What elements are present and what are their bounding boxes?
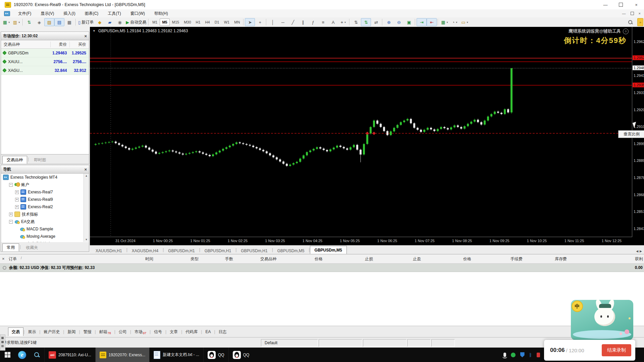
market-watch-tab-1[interactable]: 即时图 xyxy=(30,156,50,164)
market-watch-row[interactable]: XAUU...2756....2756.... xyxy=(1,57,89,66)
tab-scroll-right-icon[interactable]: ▶ xyxy=(640,250,642,253)
chart-shift-toggle[interactable]: ⇤ xyxy=(427,18,437,26)
timeframe-m30-button[interactable]: M30 xyxy=(181,18,193,26)
zoom-in-button[interactable]: ⊕ xyxy=(384,18,394,26)
metaeditor-button[interactable]: ◆ xyxy=(95,18,105,26)
terminal-column-4[interactable]: 价格 xyxy=(315,256,323,262)
collapse-icon[interactable]: − xyxy=(9,220,13,224)
profiles-button[interactable]: ▥▾ xyxy=(11,18,21,26)
terminal-toggle[interactable]: ▤ xyxy=(54,18,64,26)
menu-item-1[interactable]: 显示(V) xyxy=(36,9,59,17)
market-watch-header[interactable]: 市场报价: 12:30:02 × xyxy=(1,32,89,40)
cursor-tool[interactable]: ➤ xyxy=(245,18,255,26)
horizontal-line-tool[interactable]: ─ xyxy=(278,18,288,26)
indicator-window-2[interactable]: ⇅ xyxy=(361,18,371,26)
shield-icon[interactable] xyxy=(520,352,525,357)
tile-windows-button[interactable]: ▣ xyxy=(404,18,414,26)
column-header-1[interactable]: 卖价 xyxy=(50,42,70,47)
child-minimize-button[interactable]: — xyxy=(622,11,626,15)
chart-tab-1[interactable]: XAGUSDm,H4 xyxy=(127,247,163,254)
terminal-tab-6[interactable]: 公司 xyxy=(115,328,130,336)
orders-column-label[interactable]: 订单 xyxy=(9,256,17,262)
task-notepad[interactable]: 新建文本文档.txt - ... xyxy=(149,348,203,362)
terminal-tab-9[interactable]: 文章 xyxy=(166,328,181,336)
timeframe-m5-button[interactable]: M5 xyxy=(160,18,169,26)
indicator-window-1[interactable]: ⇅ xyxy=(351,18,361,26)
timeframe-h1-button[interactable]: H1 xyxy=(194,18,203,26)
toolbar-overflow-button[interactable]: » xyxy=(637,18,643,26)
tree-item-8[interactable]: Moving Average xyxy=(1,233,89,240)
task-mt4-exness[interactable]: 19202070: Exness... xyxy=(95,348,149,362)
close-button[interactable]: × xyxy=(629,0,644,9)
bluetooth-icon[interactable]: ᛒ xyxy=(529,352,532,358)
indicators-list-button[interactable]: ▦▾ xyxy=(439,18,449,26)
menu-item-3[interactable]: 图表(C) xyxy=(80,9,103,17)
terminal-column-9[interactable]: 库存费 xyxy=(555,256,567,262)
chart-tab-5[interactable]: GBPUSDm,M5 xyxy=(273,247,309,254)
tree-item-3[interactable]: +Exness-Real9 xyxy=(1,196,89,203)
expand-icon[interactable]: + xyxy=(15,198,19,201)
terminal-tab-0[interactable]: 交易 xyxy=(8,327,23,336)
task-axi[interactable]: axi20879110: Axi-U... xyxy=(44,348,95,362)
search-button[interactable] xyxy=(30,348,44,362)
market-watch-toggle[interactable]: ⇅ xyxy=(24,18,34,26)
maximize-button[interactable] xyxy=(613,0,629,9)
chart-area[interactable]: ▼ GBPUSDm,M5 1.29184 1.29463 1.29182 1.2… xyxy=(90,27,644,245)
data-window-toggle[interactable]: ◈ xyxy=(34,18,44,26)
terminal-tab-12[interactable]: 日志 xyxy=(215,328,230,336)
market-watch-row[interactable]: XAGU...32.84432.912 xyxy=(1,66,89,75)
tree-item-9[interactable]: 鹰猎系统辅助工具V2 xyxy=(1,240,89,242)
collapse-icon[interactable]: ▼ xyxy=(93,29,96,33)
notifications-button[interactable]: ◉ xyxy=(115,18,125,26)
terminal-column-1[interactable]: 类型 xyxy=(191,256,199,262)
close-icon[interactable]: × xyxy=(2,256,5,261)
close-icon[interactable]: × xyxy=(84,34,87,38)
expand-icon[interactable]: + xyxy=(9,213,13,216)
menu-item-6[interactable]: 帮助(H) xyxy=(150,9,173,17)
tree-item-1[interactable]: −账户 xyxy=(1,181,89,188)
shapes-tool[interactable]: ≡ xyxy=(318,18,328,26)
close-icon[interactable]: × xyxy=(84,167,87,172)
collapse-icon[interactable]: − xyxy=(9,183,13,187)
terminal-tab-5[interactable]: 邮箱78 xyxy=(96,328,114,336)
templates-button[interactable]: ▭▾ xyxy=(460,18,470,26)
timeframe-m15-button[interactable]: M15 xyxy=(170,18,181,26)
terminal-tab-4[interactable]: 警报 xyxy=(80,328,95,336)
text-tool[interactable]: A xyxy=(328,18,338,26)
history-center-button[interactable]: ▰ xyxy=(105,18,115,26)
menu-item-5[interactable]: 窗口(W) xyxy=(126,9,150,17)
terminal-column-3[interactable]: 交易品种 xyxy=(260,256,276,262)
chart-tab-6[interactable]: GBPUSDm,M5 xyxy=(310,246,347,254)
wechat-icon[interactable] xyxy=(511,353,516,357)
timeframe-m1-button[interactable]: M1 xyxy=(150,18,160,26)
tree-item-4[interactable]: +Exness-Real2 xyxy=(1,203,89,211)
child-restore-button[interactable] xyxy=(631,12,634,15)
new-chart-button[interactable]: ▦▾ xyxy=(1,18,11,26)
trendline-tool[interactable]: ╱ xyxy=(288,18,298,26)
edge-button[interactable]: e xyxy=(15,348,30,362)
terminal-column-2[interactable]: 手数 xyxy=(225,256,233,262)
terminal-tab-3[interactable]: 新闻 xyxy=(64,328,79,336)
stop-recording-button[interactable]: 结束录制 xyxy=(602,344,631,356)
channel-tool[interactable]: ∥ xyxy=(298,18,308,26)
tree-item-7[interactable]: MACD Sample xyxy=(1,225,89,233)
desktop-edge-widget[interactable] xyxy=(0,334,5,351)
terminal-tab-7[interactable]: 市场97 xyxy=(131,328,150,336)
auto-scroll-toggle[interactable]: ⇥ xyxy=(417,18,427,26)
market-watch-row[interactable]: GBPUSDm1.294631.29525 xyxy=(1,49,89,57)
tree-item-5[interactable]: +技术指标 xyxy=(1,211,89,218)
fibonacci-tool[interactable]: ƒ xyxy=(308,18,318,26)
new-order-button[interactable]: ▯新订单 xyxy=(77,18,95,26)
market-watch-tab-0[interactable]: 交易品种 xyxy=(2,156,27,164)
autotrading-button[interactable]: ▶自动交易 xyxy=(125,18,147,26)
scroll-down-icon[interactable]: ▼ xyxy=(85,237,88,242)
expand-icon[interactable]: + xyxy=(15,190,19,194)
timeframe-h4-button[interactable]: H4 xyxy=(203,18,212,26)
terminal-column-7[interactable]: 价格 xyxy=(463,256,471,262)
microphone-icon[interactable] xyxy=(503,353,506,357)
expand-icon[interactable]: + xyxy=(15,205,19,209)
tree-item-6[interactable]: −EA交易 xyxy=(1,218,89,225)
terminal-column-8[interactable]: 手续费 xyxy=(511,256,523,262)
status-profile-cell[interactable]: Default xyxy=(261,339,318,347)
child-close-button[interactable]: × xyxy=(639,11,641,15)
